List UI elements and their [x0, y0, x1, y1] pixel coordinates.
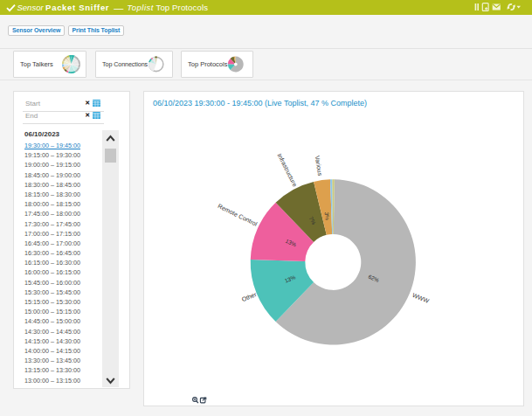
svg-text:Remote Control: Remote Control [217, 203, 259, 227]
svg-text:Other: Other [241, 291, 258, 302]
svg-text:Various: Various [314, 156, 324, 177]
svg-text:3%: 3% [324, 211, 331, 220]
svg-text:WWW: WWW [411, 292, 430, 304]
svg-text:Infrastructure: Infrastructure [276, 153, 298, 188]
